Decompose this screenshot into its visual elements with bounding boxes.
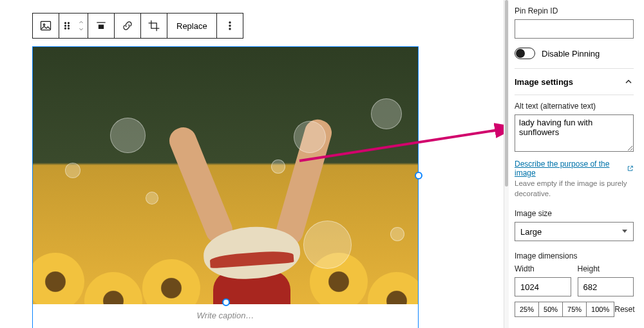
disable-pinning-toggle[interactable] [515, 48, 535, 59]
svg-point-2 [65, 23, 66, 24]
svg-point-4 [65, 25, 66, 26]
sidebar-scrollbar[interactable] [504, 0, 509, 328]
drag-handle-icon[interactable] [59, 14, 75, 38]
pin-repin-label: Pin Repin ID [515, 6, 634, 15]
pct-50-button[interactable]: 50% [539, 302, 563, 317]
svg-point-1 [43, 24, 45, 26]
align-button[interactable] [88, 14, 114, 38]
svg-point-12 [229, 28, 231, 30]
more-options-button[interactable] [217, 14, 243, 38]
image-size-select[interactable] [515, 222, 634, 241]
image-block[interactable]: Write caption… [32, 46, 419, 328]
svg-point-7 [68, 28, 70, 29]
external-link-icon [627, 165, 634, 172]
svg-point-10 [229, 22, 231, 23]
settings-sidebar: Pin Repin ID Disable Pinning Image setti… [504, 0, 644, 328]
width-label: Width [515, 264, 571, 273]
width-input[interactable] [515, 277, 571, 296]
editor-canvas: Replace Write ca [0, 0, 504, 328]
svg-point-5 [68, 25, 70, 26]
pct-75-button[interactable]: 75% [563, 302, 587, 317]
resize-handle-bottom[interactable] [222, 298, 230, 306]
chevron-up-icon [623, 77, 634, 87]
link-button[interactable] [115, 14, 140, 38]
svg-point-3 [68, 23, 70, 24]
alt-text-label: Alt text (alternative text) [515, 102, 634, 111]
pct-100-button[interactable]: 100% [587, 302, 614, 317]
block-toolbar: Replace [32, 13, 243, 39]
reset-button[interactable]: Reset [614, 305, 634, 314]
block-type-image-icon[interactable] [33, 14, 59, 38]
svg-rect-0 [41, 21, 51, 30]
resize-handle-right[interactable] [415, 172, 422, 179]
alt-text-input[interactable] [515, 114, 634, 152]
pct-25-button[interactable]: 25% [515, 302, 539, 317]
crop-button[interactable] [141, 14, 167, 38]
height-label: Height [578, 264, 634, 273]
disable-pinning-label: Disable Pinning [542, 49, 600, 59]
image-content [33, 47, 418, 304]
section-title: Image settings [515, 77, 573, 87]
alt-text-helper: Leave empty if the image is purely decor… [515, 179, 634, 199]
svg-point-11 [229, 25, 231, 26]
height-input[interactable] [578, 277, 634, 296]
pin-repin-input[interactable] [515, 19, 634, 39]
image-size-label: Image size [515, 209, 634, 218]
image-settings-section-header[interactable]: Image settings [515, 68, 634, 95]
svg-rect-9 [99, 24, 104, 29]
percent-buttons: 25% 50% 75% 100% Reset [515, 302, 634, 317]
replace-button[interactable]: Replace [167, 14, 216, 38]
image-dimensions-label: Image dimensions [515, 251, 634, 260]
caption-input[interactable]: Write caption… [33, 304, 418, 328]
describe-image-link[interactable]: Describe the purpose of the image [515, 159, 634, 178]
move-arrows[interactable] [75, 14, 88, 38]
svg-point-6 [65, 28, 66, 29]
